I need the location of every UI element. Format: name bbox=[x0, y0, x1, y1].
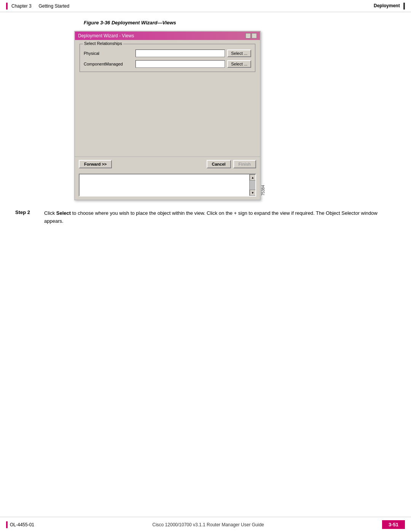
footer-right-buttons: Cancel Finish bbox=[207, 160, 256, 168]
titlebar-controls: _ □ bbox=[245, 33, 257, 38]
component-managed-select-button[interactable]: Select ... bbox=[227, 60, 251, 68]
chapter-label: Chapter 3 bbox=[11, 3, 32, 9]
dialog-body: Select Relationships Physical Select ...… bbox=[75, 40, 260, 157]
dialog-footer: Forward >> Cancel Finish bbox=[75, 157, 260, 171]
page-number-badge: 3-51 bbox=[382, 520, 405, 529]
maximize-button[interactable]: □ bbox=[252, 33, 257, 38]
footer-accent bbox=[6, 521, 8, 528]
step-bold-word: Select bbox=[56, 210, 71, 216]
section-label: Deployment bbox=[374, 3, 400, 8]
scroll-down-button[interactable]: ▼ bbox=[250, 190, 256, 196]
group-box-label: Select Relationships bbox=[83, 41, 123, 46]
chapter-title: Getting Started bbox=[38, 3, 69, 9]
figure-caption: Figure 3-36 Deployment Wizard—Views bbox=[84, 20, 396, 26]
page-header: Chapter 3 Getting Started Deployment bbox=[0, 0, 411, 12]
deployment-wizard-dialog: Deployment Wizard - Views _ □ Select Rel… bbox=[74, 31, 261, 200]
cancel-button[interactable]: Cancel bbox=[207, 160, 231, 168]
component-managed-label: ComponentManaged bbox=[84, 62, 133, 66]
header-left: Chapter 3 Getting Started bbox=[6, 3, 69, 10]
header-right: Deployment bbox=[374, 3, 405, 10]
step-text-after: to choose where you wish to place the ob… bbox=[44, 210, 378, 224]
finish-button[interactable]: Finish bbox=[233, 160, 256, 168]
page-footer: OL-4455-01 Cisco 12000/10700 v3.1.1 Rout… bbox=[0, 517, 411, 532]
footer-left-buttons: Forward >> bbox=[79, 160, 112, 168]
physical-label: Physical bbox=[84, 51, 133, 56]
component-managed-field-row: ComponentManaged Select ... bbox=[84, 60, 251, 68]
step-number: Step 2 bbox=[15, 209, 38, 215]
scroll-up-button[interactable]: ▲ bbox=[250, 174, 256, 181]
footer-ol-number: OL-4455-01 bbox=[10, 522, 34, 527]
textbox-scrollbar[interactable]: ▲ ▼ bbox=[249, 174, 255, 196]
dialog-textbox: ▲ ▼ bbox=[79, 174, 256, 197]
chapter-separator bbox=[34, 3, 37, 9]
select-relationships-group: Select Relationships Physical Select ...… bbox=[80, 44, 255, 72]
component-managed-input[interactable] bbox=[135, 60, 225, 68]
minimize-button[interactable]: _ bbox=[245, 33, 251, 38]
step-text-before: Click bbox=[44, 210, 56, 216]
dialog-spacer bbox=[80, 76, 255, 152]
main-content: Figure 3-36 Deployment Wizard—Views Depl… bbox=[0, 12, 411, 517]
header-accent-bar bbox=[6, 3, 8, 10]
dialog-titlebar: Deployment Wizard - Views _ □ bbox=[75, 32, 260, 40]
step-row: Step 2 Click Select to choose where you … bbox=[15, 209, 396, 225]
physical-select-button[interactable]: Select ... bbox=[227, 50, 251, 57]
forward-button[interactable]: Forward >> bbox=[79, 160, 112, 168]
diagram-number: 75384 bbox=[261, 185, 265, 196]
physical-input[interactable] bbox=[135, 50, 225, 57]
scrollbar-track bbox=[250, 181, 255, 190]
footer-left: OL-4455-01 bbox=[6, 521, 34, 528]
step-area: Step 2 Click Select to choose where you … bbox=[15, 209, 396, 225]
header-right-accent bbox=[403, 3, 405, 10]
footer-center: Cisco 12000/10700 v3.1.1 Router Manager … bbox=[152, 522, 264, 527]
dialog-title: Deployment Wizard - Views bbox=[78, 33, 134, 38]
physical-field-row: Physical Select ... bbox=[84, 50, 251, 57]
step-text: Click Select to choose where you wish to… bbox=[44, 209, 396, 225]
